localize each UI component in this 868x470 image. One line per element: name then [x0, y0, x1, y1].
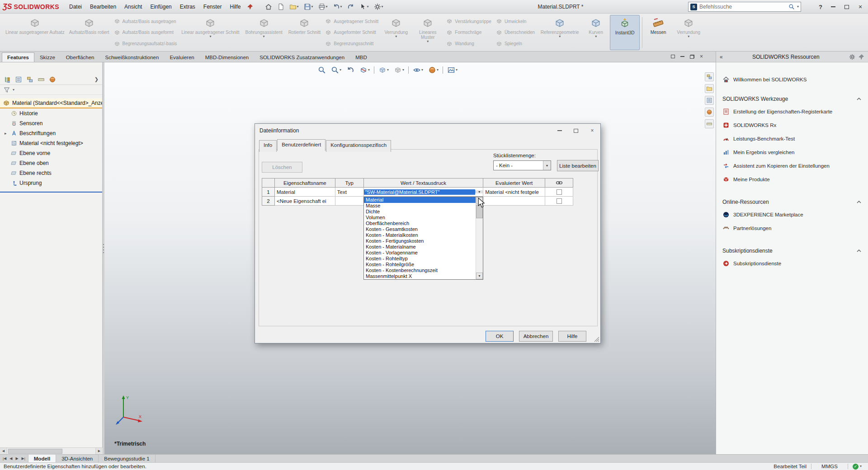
dropdown-item[interactable]: Kosten - Rohteiltyp: [364, 256, 476, 262]
view-palette-icon[interactable]: [705, 96, 714, 105]
command-tab[interactable]: Schweißkonstruktionen: [99, 52, 164, 62]
help-button[interactable]: Hilfe: [558, 331, 586, 342]
pane-close-icon[interactable]: ×: [700, 53, 703, 60]
open-button[interactable]: ▾: [288, 2, 301, 12]
menu-item[interactable]: Datei: [65, 1, 86, 12]
dropdown-item[interactable]: Kosten - Kostenberechnungszeit: [364, 268, 476, 273]
section-header[interactable]: Subskriptionsdienste: [716, 248, 868, 254]
cancel-button[interactable]: Abbrechen: [519, 331, 553, 342]
splitter-grip[interactable]: [103, 243, 104, 255]
tree-item-origin[interactable]: Ursprung: [0, 178, 102, 188]
edit-appearance-button[interactable]: ▾: [427, 65, 439, 75]
filter-funnel-icon[interactable]: [4, 87, 10, 93]
dropdown-item[interactable]: Kosten - Fertigungskosten: [364, 238, 476, 244]
dialog-minimize-button[interactable]: [552, 124, 568, 137]
tree-item-history[interactable]: Historie: [0, 108, 102, 118]
command-tab[interactable]: Skizze: [34, 52, 61, 62]
custom-properties-icon[interactable]: [705, 119, 714, 128]
menu-item[interactable]: Ansicht: [120, 1, 146, 12]
ribbon-extruded-cut-button[interactable]: Linear ausgetragener Schnitt▾: [179, 15, 241, 50]
pin-menu-icon[interactable]: [247, 4, 253, 10]
column-header-value[interactable]: Wert / Textausdruck: [364, 179, 484, 188]
dropdown-item[interactable]: Material: [364, 197, 476, 203]
collapse-chevrons-icon[interactable]: «: [720, 54, 723, 60]
column-header-evaluated[interactable]: Evaluierter Wert: [483, 179, 545, 188]
close-button[interactable]: ×: [854, 0, 867, 13]
help-button[interactable]: ?: [815, 4, 826, 10]
print-button[interactable]: ▾: [316, 2, 330, 12]
pane-window-icon[interactable]: [671, 55, 675, 58]
dropdown-item[interactable]: Kosten - Materialkosten: [364, 232, 476, 238]
pane-expand-chevron-icon[interactable]: ❯: [94, 76, 99, 82]
scrollbar-thumb[interactable]: [8, 449, 62, 454]
ribbon-draft-button[interactable]: Formschräge: [446, 27, 491, 38]
ribbon-linear-pattern-button[interactable]: Lineares Muster▾: [412, 15, 443, 50]
hide-show-items-button[interactable]: ▾: [412, 65, 424, 75]
tree-item-right-plane[interactable]: Ebene rechts: [0, 168, 102, 178]
property-name-cell[interactable]: Material: [275, 188, 335, 197]
dropdown-item[interactable]: Kosten - Gesamtkosten: [364, 226, 476, 232]
new-document-button[interactable]: [275, 2, 286, 12]
property-type-cell[interactable]: [335, 197, 364, 206]
prev-tab-icon[interactable]: ◀: [8, 456, 14, 461]
previous-view-button[interactable]: [345, 65, 355, 75]
link-checkbox[interactable]: [557, 198, 562, 204]
ribbon-instant3d-button[interactable]: Instant3D: [610, 15, 640, 50]
ribbon-reference-geometry-button[interactable]: Referenzgeometrie▾: [538, 15, 582, 50]
tab-configuration-specific[interactable]: Konfigurationsspezifisch: [326, 140, 391, 152]
scroll-right-icon[interactable]: ▶: [95, 448, 103, 454]
minimize-button[interactable]: [826, 0, 840, 13]
ribbon-swept-cut-button[interactable]: Ausgetragener Schnitt: [325, 16, 378, 27]
welcome-link[interactable]: Willkommen bei SOLIDWORKS: [722, 76, 868, 83]
ribbon-fillet2-button[interactable]: Verrundung▾: [673, 15, 704, 50]
dialog-close-button[interactable]: ×: [584, 124, 600, 137]
dialog-title-bar[interactable]: Dateiinformation ×: [255, 124, 600, 137]
property-name-cell[interactable]: <Neue Eigenschaft ei: [275, 197, 335, 206]
ribbon-hole-wizard-button[interactable]: Bohrungsassistent▾: [242, 15, 286, 50]
display-style-button[interactable]: ▾: [393, 65, 405, 75]
dropdown-item[interactable]: Masse: [364, 203, 476, 209]
resource-link-my-products[interactable]: Meine Produkte: [716, 173, 868, 186]
scrollbar-thumb[interactable]: [476, 205, 483, 218]
design-library-icon[interactable]: [705, 72, 714, 81]
next-tab-icon[interactable]: ▶: [14, 456, 19, 461]
ribbon-intersect-button[interactable]: Überschneiden: [496, 27, 535, 38]
search-icon[interactable]: [788, 4, 795, 10]
rollback-bar[interactable]: [0, 192, 102, 193]
section-header[interactable]: SOLIDWORKS Werkzeuge: [716, 96, 868, 102]
edit-list-button[interactable]: Liste bearbeiten: [557, 160, 599, 171]
property-type-cell[interactable]: Text: [335, 188, 364, 197]
tree-item-top-plane[interactable]: Ebene oben: [0, 158, 102, 168]
units-selector[interactable]: MMGS: [816, 464, 843, 469]
expander-icon[interactable]: ▸: [5, 131, 9, 136]
menu-item[interactable]: Einfügen: [146, 1, 175, 12]
dropdown-item[interactable]: Kosten - Rohteilgröße: [364, 262, 476, 268]
dimxpert-manager-icon[interactable]: [38, 76, 45, 83]
zoom-fit-button[interactable]: [317, 65, 327, 75]
pane-restore-icon[interactable]: [690, 55, 694, 59]
chevron-down-icon[interactable]: ▾: [13, 88, 14, 92]
resize-grip[interactable]: [594, 336, 599, 342]
options-button[interactable]: ▾: [372, 2, 385, 12]
tree-item-material[interactable]: Material <nicht festgelegt>: [0, 138, 102, 148]
ribbon-revolved-cut-button[interactable]: Rotierter Schnitt: [287, 15, 323, 50]
pin-icon[interactable]: [858, 54, 864, 60]
scroll-left-icon[interactable]: ◀: [0, 448, 7, 454]
status-check-icon[interactable]: ✓: [853, 464, 859, 470]
menu-item[interactable]: Extras: [176, 1, 199, 12]
command-tab[interactable]: Features: [2, 52, 34, 62]
appearances-icon[interactable]: [705, 108, 714, 117]
dropdown-item[interactable]: Oberflächenbereich: [364, 221, 476, 226]
ribbon-swept-boss-button[interactable]: Aufsatz/Basis ausgetragen: [114, 16, 177, 27]
tree-item-annotations[interactable]: ▸ Beschriftungen: [0, 128, 102, 138]
maximize-button[interactable]: [840, 0, 854, 13]
command-tab[interactable]: Oberflächen: [61, 52, 100, 62]
view-settings-button[interactable]: ▾: [446, 65, 458, 75]
ribbon-extruded-boss-button[interactable]: Linear ausgetragener Aufsatz: [4, 15, 66, 50]
ribbon-shell-button[interactable]: Wandung: [446, 38, 491, 49]
ok-button[interactable]: OK: [486, 331, 514, 342]
chevron-down-icon[interactable]: ▾: [860, 465, 862, 468]
ribbon-wrap-button[interactable]: Umwickeln: [496, 16, 535, 27]
command-tab[interactable]: Evaluieren: [164, 52, 199, 62]
dropdown-scrollbar[interactable]: ▲ ▼: [476, 197, 483, 279]
